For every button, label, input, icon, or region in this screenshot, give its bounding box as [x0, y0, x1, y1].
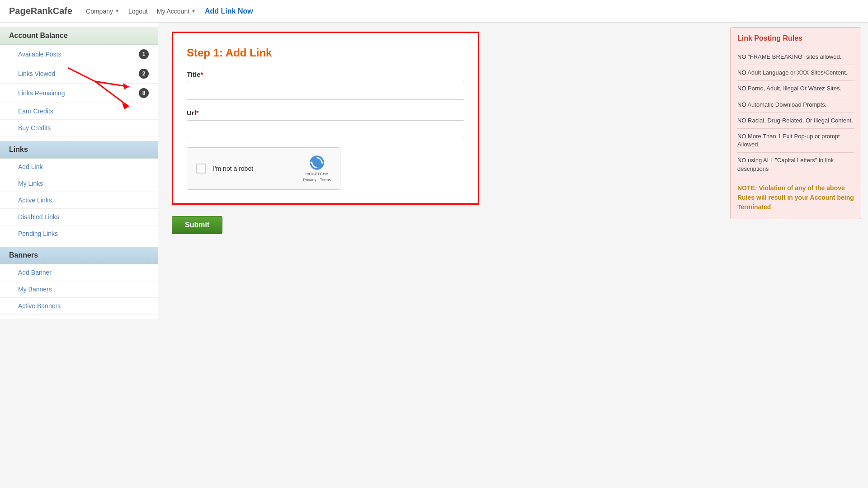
- sidebar-item-add-banner[interactable]: Add Banner: [0, 264, 158, 281]
- captcha-logo: reCAPTCHA Privacy - Terms: [303, 155, 331, 183]
- title-label: Title*: [187, 70, 464, 78]
- url-label: Url*: [187, 109, 464, 117]
- nav-company-label: Company: [86, 8, 113, 15]
- pending-links-label: Pending Links: [18, 230, 58, 237]
- my-banners-label: My Banners: [18, 286, 52, 293]
- sidebar-item-available-posts[interactable]: Available Posts 1: [0, 45, 158, 64]
- submit-button[interactable]: Submit: [172, 216, 222, 234]
- rule-item: NO Porno, Adult, Illegal Or Warez Sites.: [737, 81, 854, 97]
- add-link-label: Add Link: [18, 163, 42, 170]
- sidebar-item-earn-credits[interactable]: Earn Credits: [0, 103, 158, 120]
- sidebar-item-active-links[interactable]: Active Links: [0, 192, 158, 209]
- links-remaining-badge: 8: [139, 88, 149, 98]
- url-form-group: Url*: [187, 109, 464, 138]
- sidebar-item-links-remaining[interactable]: Links Remaining 8: [0, 84, 158, 103]
- rule-item: NO using ALL "Capital Letters" in link d…: [737, 153, 854, 176]
- navbar: PageRankCafe Company ▼ Logout My Account…: [0, 0, 868, 23]
- title-input[interactable]: [187, 82, 464, 100]
- nav-add-link-label: Add Link Now: [205, 7, 253, 15]
- nav-logout-label: Logout: [128, 8, 148, 15]
- sidebar: Account Balance Available Posts 1 Links …: [0, 23, 158, 488]
- sidebar-item-my-banners[interactable]: My Banners: [0, 281, 158, 298]
- nav-logout[interactable]: Logout: [128, 8, 148, 15]
- links-header: Links: [0, 141, 158, 159]
- sidebar-item-pending-links[interactable]: Pending Links: [0, 225, 158, 242]
- nav-my-account[interactable]: My Account ▼: [157, 8, 196, 15]
- account-balance-header: Account Balance: [0, 27, 158, 45]
- sidebar-inner: Account Balance Available Posts 1 Links …: [0, 23, 158, 319]
- rules-box: Link Posting Rules NO "FRAME BREAKING" s…: [730, 27, 861, 219]
- rule-item: NO Automatic Download Prompts.: [737, 97, 854, 113]
- active-banners-label: Active Banners: [18, 302, 61, 310]
- brand-name: PageRankCafe: [9, 6, 72, 16]
- disabled-links-label: Disabled Links: [18, 213, 59, 221]
- page-layout: Account Balance Available Posts 1 Links …: [0, 23, 868, 488]
- url-required-marker: *: [196, 109, 199, 117]
- sidebar-item-active-banners[interactable]: Active Banners: [0, 298, 158, 314]
- chevron-down-icon: ▼: [115, 9, 119, 14]
- rules-list: NO "FRAME BREAKING" sites allowed.NO Adu…: [737, 49, 854, 177]
- title-form-group: Title*: [187, 70, 464, 100]
- captcha-footer-text: Privacy - Terms: [303, 178, 331, 183]
- captcha-brand-text: reCAPTCHA: [306, 172, 329, 177]
- links-remaining-label: Links Remaining: [18, 89, 65, 97]
- nav-add-link[interactable]: Add Link Now: [205, 7, 253, 15]
- links-viewed-label: Links Viewed: [18, 70, 55, 77]
- sidebar-item-my-links[interactable]: My Links: [0, 175, 158, 192]
- sidebar-item-add-link[interactable]: Add Link: [0, 159, 158, 175]
- submit-button-label: Submit: [185, 221, 209, 229]
- buy-credits-label: Buy Credits: [18, 124, 51, 131]
- active-links-label: Active Links: [18, 197, 52, 204]
- links-viewed-badge: 2: [139, 69, 149, 79]
- nav-company[interactable]: Company ▼: [86, 8, 119, 15]
- nav-my-account-label: My Account: [157, 8, 189, 15]
- add-link-form-box: Step 1: Add Link Title* Url* I'm not a r…: [172, 32, 479, 205]
- earn-credits-label: Earn Credits: [18, 108, 53, 115]
- captcha-label: I'm not a robot: [213, 165, 296, 172]
- brand-logo[interactable]: PageRankCafe: [9, 6, 72, 16]
- title-required-marker: *: [201, 70, 203, 78]
- rule-item: NO Adult Language or XXX Sites/Content.: [737, 65, 854, 81]
- form-title: Step 1: Add Link: [187, 47, 464, 59]
- recaptcha-icon: [309, 155, 325, 171]
- sidebar-item-links-viewed[interactable]: Links Viewed 2: [0, 64, 158, 84]
- chevron-down-icon-2: ▼: [191, 9, 196, 14]
- captcha-checkbox[interactable]: [196, 164, 206, 174]
- rule-item: NO Racial, Drug-Related, Or Illegal Cont…: [737, 113, 854, 129]
- my-links-label: My Links: [18, 180, 43, 187]
- banners-header: Banners: [0, 247, 158, 264]
- rule-item: NO "FRAME BREAKING" sites allowed.: [737, 49, 854, 65]
- main-content: Step 1: Add Link Title* Url* I'm not a r…: [158, 23, 723, 488]
- available-posts-badge: 1: [139, 49, 149, 59]
- rules-title: Link Posting Rules: [737, 34, 854, 42]
- available-posts-label: Available Posts: [18, 51, 61, 58]
- captcha-widget[interactable]: I'm not a robot reCAPTCHA Privacy - Term…: [187, 147, 340, 190]
- url-input[interactable]: [187, 120, 464, 138]
- add-banner-label: Add Banner: [18, 269, 52, 276]
- sidebar-item-disabled-links[interactable]: Disabled Links: [0, 209, 158, 225]
- sidebar-item-buy-credits[interactable]: Buy Credits: [0, 120, 158, 136]
- rules-warning: NOTE: Violation of any of the above Rule…: [737, 183, 854, 212]
- rule-item: NO More Than 1 Exit Pop-up or prompt All…: [737, 129, 854, 153]
- right-panel: Link Posting Rules NO "FRAME BREAKING" s…: [723, 23, 868, 488]
